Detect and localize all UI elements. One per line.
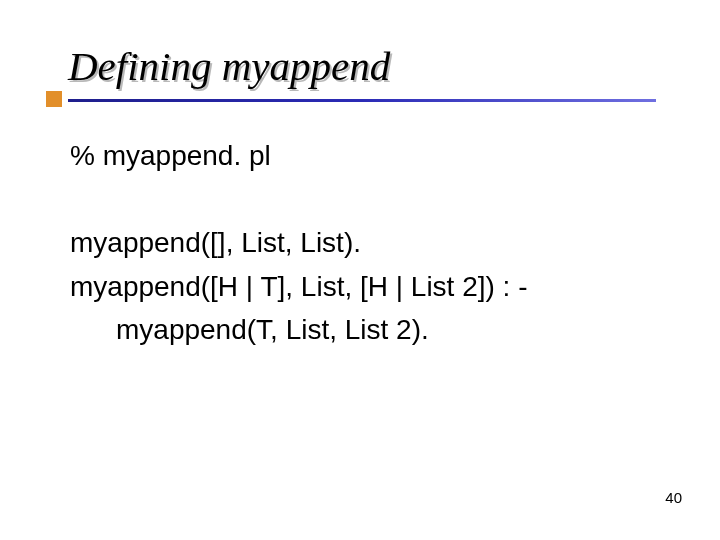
blank-line xyxy=(70,177,660,221)
slide: Defining myappend Defining myappend % my… xyxy=(0,0,720,540)
page-number: 40 xyxy=(665,489,682,506)
code-line-4: myappend(T, List, List 2). xyxy=(70,308,660,351)
code-line-1: % myappend. pl xyxy=(70,134,660,177)
title-underline xyxy=(68,99,656,102)
code-line-2: myappend([], List, List). xyxy=(70,221,660,264)
code-line-3: myappend([H | T], List, [H | List 2]) : … xyxy=(70,265,660,308)
slide-title: Defining myappend xyxy=(68,44,390,89)
slide-body: % myappend. pl myappend([], List, List).… xyxy=(70,134,660,352)
title-wrap: Defining myappend Defining myappend xyxy=(68,44,668,89)
accent-square xyxy=(46,91,62,107)
